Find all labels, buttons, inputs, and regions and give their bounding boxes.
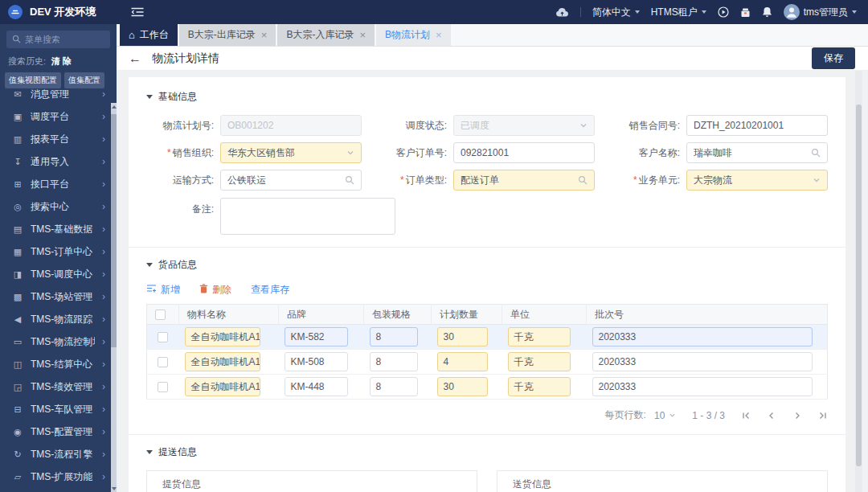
sidebar-item[interactable]: ◫ TMS-结算中心 › <box>0 353 117 375</box>
field-input[interactable]: 大宗物流 <box>686 170 828 191</box>
field-input[interactable]: 公铁联运 <box>220 170 362 191</box>
last-page-icon[interactable] <box>818 411 828 420</box>
add-row-button[interactable]: 新增 <box>146 283 180 297</box>
column-header: 品牌 <box>279 305 364 325</box>
row-checkbox[interactable] <box>158 357 168 367</box>
content-scrollbar-thumb[interactable] <box>856 105 862 466</box>
gift-icon[interactable] <box>740 7 751 18</box>
chevron-right-icon: › <box>102 359 105 369</box>
tab[interactable]: B物流计划 × <box>376 24 451 46</box>
section-basic-info[interactable]: 基础信息 <box>146 90 828 104</box>
unit-input[interactable]: 千克 <box>508 377 571 396</box>
unit-input[interactable]: 千克 <box>508 352 571 371</box>
section-goods-info[interactable]: 货品信息 <box>146 258 828 272</box>
field-input[interactable]: 已调度 <box>453 115 595 136</box>
field-input[interactable]: 配送订单 <box>453 170 595 191</box>
tenant-switcher[interactable]: HTMS租户 <box>651 6 706 19</box>
field-input[interactable]: 092821001 <box>453 142 595 163</box>
brand-input[interactable]: KM-448 <box>285 377 348 396</box>
tab[interactable]: B大宗-出库记录 × <box>179 24 276 46</box>
field-input[interactable]: OB001202 <box>220 115 362 136</box>
user-menu[interactable]: tms管理员 <box>784 4 857 20</box>
prev-page-icon[interactable] <box>767 411 776 420</box>
qty-input[interactable]: 4 <box>437 352 489 371</box>
menu-search-box[interactable] <box>6 31 110 48</box>
select-all-checkbox[interactable] <box>155 310 166 320</box>
sidebar-item[interactable]: ▩ TMS-场站管理 › <box>0 285 117 308</box>
tab[interactable]: B大宗-入库记录 × <box>277 24 375 46</box>
sidebar-item[interactable]: ◀ TMS-物流跟踪 › <box>0 308 117 330</box>
sidebar-item[interactable]: ▤ TMS-基础数据 › <box>0 218 117 240</box>
next-page-icon[interactable] <box>792 411 802 420</box>
remark-textarea[interactable] <box>220 198 395 235</box>
row-checkbox[interactable] <box>158 382 168 392</box>
clear-history-button[interactable]: 清 除 <box>51 55 72 68</box>
cloud-upload-icon[interactable] <box>555 7 569 18</box>
menu-fold-icon[interactable] <box>131 7 144 17</box>
sidebar-item-label: TMS-订单中心 <box>31 245 92 259</box>
delete-row-button[interactable]: 删除 <box>199 283 231 297</box>
content-scrollbar[interactable] <box>855 71 862 492</box>
history-suggestion-button[interactable]: 值集视图配置 <box>5 72 61 88</box>
first-page-icon[interactable] <box>741 411 751 420</box>
tab[interactable]: ⌂ 工作台 <box>120 24 178 46</box>
sidebar-item[interactable]: ▥ 报表平台 › <box>0 128 117 150</box>
field-input[interactable]: 华东大区销售部 <box>220 142 362 163</box>
brand-input[interactable]: KM-582 <box>285 327 348 346</box>
sidebar-item[interactable]: ▦ TMS-订单中心 › <box>0 240 117 263</box>
menu-search-input[interactable] <box>25 35 104 44</box>
language-switcher[interactable]: 简体中文 <box>592 6 640 19</box>
tab-label: B大宗-入库记录 <box>286 28 354 42</box>
app-logo-icon <box>8 5 23 19</box>
workflow-icon: ↻ <box>12 449 23 460</box>
close-icon[interactable]: × <box>261 30 268 40</box>
rows-per-page-select[interactable]: 10 <box>654 410 676 421</box>
table-row[interactable]: 全自动咖啡机A1型 KM-582 8 30 千克 2020333 <box>147 325 828 350</box>
back-arrow-icon[interactable]: ← <box>129 52 141 65</box>
goods-toolbar: 新增 删除 查看库存 <box>146 283 828 297</box>
sidebar-item[interactable]: ↧ 通用导入 › <box>0 150 117 173</box>
bell-icon[interactable] <box>762 6 772 18</box>
section-title: 货品信息 <box>158 258 197 272</box>
qty-input[interactable]: 30 <box>437 327 489 346</box>
sidebar-item[interactable]: ◲ TMS-绩效管理 › <box>0 375 117 398</box>
field-label: 销售合同号: <box>612 119 686 133</box>
row-checkbox[interactable] <box>158 332 168 342</box>
sidebar-item-label: TMS-流程引擎 <box>31 448 92 461</box>
spec-input[interactable]: 8 <box>370 377 418 396</box>
sidebar-item[interactable]: ⊟ TMS-车队管理 › <box>0 398 117 420</box>
sidebar-item-label: 消息管理 <box>31 88 69 101</box>
sidebar-item[interactable]: ▭ TMS-物流控制塔 › <box>0 330 117 353</box>
field-input[interactable]: DZTH_20210201001 <box>686 115 828 136</box>
unit-input[interactable]: 千克 <box>508 327 571 346</box>
batch-input[interactable]: 2020333 <box>592 377 813 396</box>
section-shipping-info[interactable]: 提送信息 <box>146 445 828 459</box>
play-icon[interactable] <box>718 6 729 18</box>
sidebar-item[interactable]: ▢ TMS-代码用例 › <box>0 488 117 492</box>
qty-input[interactable]: 30 <box>437 377 489 396</box>
brand-input[interactable]: KM-508 <box>285 352 348 371</box>
table-row[interactable]: 全自动咖啡机A1型 KM-448 8 30 千克 2020333 <box>147 375 828 400</box>
history-suggestion-button[interactable]: 值集配置 <box>64 72 104 88</box>
batch-input[interactable]: 2020333 <box>592 327 813 346</box>
save-button[interactable]: 保存 <box>812 47 855 69</box>
sidebar-item[interactable]: ◉ TMS-配置管理 › <box>0 420 117 443</box>
table-row[interactable]: 全自动咖啡机A1型 KM-508 8 4 千克 2020333 <box>147 350 828 375</box>
spec-input[interactable]: 8 <box>370 327 418 346</box>
close-icon[interactable]: × <box>359 30 366 40</box>
batch-input[interactable]: 2020333 <box>592 352 813 371</box>
spec-input[interactable]: 8 <box>370 352 418 371</box>
section-title: 基础信息 <box>158 90 197 104</box>
material-input[interactable]: 全自动咖啡机A1型 <box>185 352 261 371</box>
sidebar-item[interactable]: ▱ TMS-扩展功能 › <box>0 465 117 488</box>
sidebar-item[interactable]: ↻ TMS-流程引擎 › <box>0 443 117 465</box>
close-icon[interactable]: × <box>436 30 442 40</box>
material-input[interactable]: 全自动咖啡机A1型 <box>185 327 261 346</box>
sidebar-item[interactable]: ▣ 调度平台 › <box>0 105 117 128</box>
material-input[interactable]: 全自动咖啡机A1型 <box>185 377 261 396</box>
sidebar-item[interactable]: ◨ TMS-调度中心 › <box>0 263 117 285</box>
sidebar-item[interactable]: ⊞ 接口平台 › <box>0 173 117 195</box>
field-input[interactable]: 瑞幸咖啡 <box>686 142 828 163</box>
sidebar-item[interactable]: ◎ 搜索中心 › <box>0 195 117 218</box>
view-stock-button[interactable]: 查看库存 <box>251 283 289 297</box>
